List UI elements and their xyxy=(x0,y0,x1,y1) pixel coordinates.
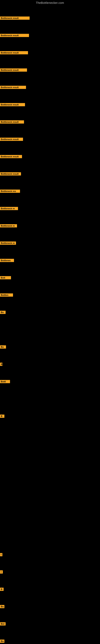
bottleneck-result-label: Bottleneck result xyxy=(0,51,28,54)
bottleneck-result-label: B xyxy=(0,414,4,418)
bar-row: Bottleneck result xyxy=(0,16,30,20)
bottleneck-result-label: Bottleneck result xyxy=(0,138,23,141)
bottleneck-result-label: I xyxy=(0,553,2,556)
bar-row: I xyxy=(0,553,2,556)
bottleneck-result-label: Bott xyxy=(0,276,11,279)
bottleneck-result-label: Bottlen xyxy=(0,294,13,297)
bottleneck-result-label: Bottleneck result xyxy=(0,155,22,158)
bottleneck-result-label: Bottleneck res xyxy=(0,190,20,193)
bottleneck-result-label: Bo xyxy=(0,640,4,643)
bar-row: Bot xyxy=(0,622,6,626)
bar-row: Bottleneck re xyxy=(0,207,18,210)
bar-row: Bo xyxy=(0,345,6,348)
bar-row: Bo xyxy=(0,640,4,643)
bar-row: Bottleneck re xyxy=(0,242,16,245)
bottleneck-result-label: Bottleneck result xyxy=(0,172,21,176)
bottleneck-result-label: Bottleneck result xyxy=(0,68,27,72)
bar-row: Bottleneck result xyxy=(0,138,23,141)
bar-row: Bottleneck result xyxy=(0,68,27,72)
bar-row: Bottleneck res xyxy=(0,190,20,193)
bottleneck-result-label: Bottleneck result xyxy=(0,34,29,37)
bar-row: I xyxy=(0,570,3,574)
bottleneck-result-label: Bottleneck result xyxy=(0,120,24,124)
bar-row: Bottleneck result xyxy=(0,120,24,124)
bar-row: Bottlenec xyxy=(0,259,14,262)
bar-row: B xyxy=(0,363,2,366)
bar-row: Bottleneck result xyxy=(0,103,25,106)
bar-row: Bottl xyxy=(0,380,10,383)
bottleneck-result-label: Bottleneck re xyxy=(0,207,18,210)
bottleneck-result-label: Bottleneck re xyxy=(0,242,16,245)
bottleneck-result-label: Bottl xyxy=(0,380,10,383)
bottleneck-result-label: B xyxy=(0,363,2,366)
bar-row: Bo xyxy=(0,605,4,608)
bottleneck-result-label: Bo xyxy=(0,605,4,608)
bar-row: Bottlen xyxy=(0,294,13,297)
bottleneck-result-label: Bo xyxy=(0,311,6,314)
bottleneck-result-label: B xyxy=(0,588,3,591)
bar-row: B xyxy=(0,414,4,418)
site-title: TheBottlenecker.com xyxy=(0,0,100,5)
bottleneck-result-label: Bottlenec xyxy=(0,259,14,262)
bar-row: B xyxy=(0,588,3,591)
bar-row: Bottleneck result xyxy=(0,155,22,158)
bar-row: Bottleneck result xyxy=(0,172,21,176)
bottleneck-result-label: Bottleneck result xyxy=(0,86,26,89)
bar-row: Bottleneck result xyxy=(0,51,28,54)
bottleneck-result-label: Bot xyxy=(0,622,6,626)
bottleneck-result-label: Bottleneck re xyxy=(0,224,17,228)
bar-row: Bo xyxy=(0,311,6,314)
bottleneck-result-label: Bottleneck result xyxy=(0,16,30,20)
bar-row: Bottleneck result xyxy=(0,34,29,37)
bar-row: Bott xyxy=(0,276,11,279)
bar-row: Bottleneck result xyxy=(0,86,26,89)
bottleneck-result-label: Bottleneck result xyxy=(0,103,25,106)
bottleneck-result-label: I xyxy=(0,570,3,574)
bottleneck-result-label: Bo xyxy=(0,345,6,348)
bar-row: Bottleneck re xyxy=(0,224,17,228)
